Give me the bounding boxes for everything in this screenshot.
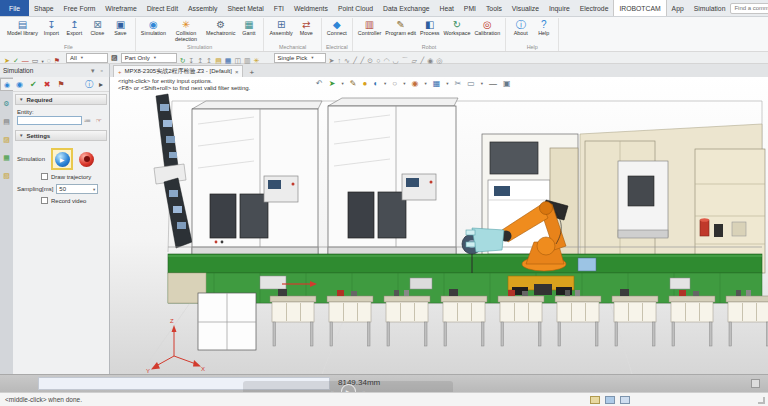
play-simulation-button[interactable]: ▶ — [51, 148, 73, 170]
apply-icon[interactable]: ⚑ — [57, 80, 64, 89]
multi-select-icon[interactable]: ✓ — [13, 57, 19, 64]
appearance-icon[interactable]: ◉ — [411, 79, 418, 88]
work-table[interactable] — [669, 290, 715, 346]
document-tab-close-icon[interactable]: × — [235, 69, 239, 75]
dropdown-caret-icon[interactable]: ▾ — [384, 81, 386, 86]
tab-inquire[interactable]: Inquire — [544, 0, 575, 16]
dropdown-caret-icon[interactable]: ▾ — [341, 81, 343, 86]
viewport-scene[interactable]: Z X Y — [110, 92, 768, 374]
tab-visualize[interactable]: Visualize — [507, 0, 544, 16]
deselect-icon[interactable]: — — [22, 57, 29, 64]
float-panel-icon[interactable]: ▫ — [101, 67, 103, 75]
new-document-tab-button[interactable]: + — [243, 68, 260, 77]
close-button[interactable]: ⊠Close — [86, 18, 109, 37]
filter-arc-icon[interactable]: ◠ — [383, 57, 389, 64]
tab-electrode[interactable]: Electrode — [575, 0, 614, 16]
maximize-view-icon[interactable]: ▣ — [503, 79, 511, 88]
tab-direct-edit[interactable]: Direct Edit — [142, 0, 183, 16]
manager-tab-icon[interactable]: ⚙ — [0, 98, 13, 109]
filter-edge-icon[interactable]: ╱ — [360, 57, 364, 64]
assembly-button[interactable]: ⊞Assembly — [267, 18, 294, 37]
wireframe-mode-icon[interactable]: ○ — [392, 79, 397, 88]
filter-all-icon[interactable]: ➤ — [329, 57, 335, 64]
tab-sheet-metal[interactable]: Sheet Metal — [223, 0, 269, 16]
window-layout-icon[interactable]: ▭ — [467, 79, 475, 88]
work-table[interactable] — [555, 290, 601, 346]
tab-simulation[interactable]: Simulation — [689, 0, 731, 16]
document-tab[interactable]: + MPX8-2305实战2程序检验.Z3 - [Default] × — [113, 65, 243, 77]
bars-icon[interactable]: ▥ — [244, 57, 251, 64]
program-edit-button[interactable]: ✎Program edit — [383, 18, 418, 37]
filter-curve-icon[interactable]: ∿ — [344, 57, 350, 64]
work-table[interactable] — [270, 289, 316, 346]
lasso-select-icon[interactable]: ◌ — [47, 57, 51, 64]
section-view-icon[interactable]: ✂ — [455, 79, 462, 88]
filter-polyline-icon[interactable]: ⌒ — [402, 57, 409, 64]
background-icon[interactable]: ▦ — [433, 79, 441, 88]
entity-input[interactable] — [17, 116, 82, 125]
export-button[interactable]: ↥Export — [63, 18, 86, 37]
dialog-icon[interactable]: ◉ — [16, 80, 23, 89]
entity-filter-icon[interactable]: ≔ — [84, 117, 91, 125]
expand-panel-icon[interactable]: ▸ — [99, 80, 103, 89]
collision-detection-button[interactable]: ✳Collision detection — [168, 18, 204, 43]
calibration-button[interactable]: ◎Calibration — [472, 18, 502, 37]
layer-icon[interactable]: ▤ — [215, 57, 222, 64]
tab-shape[interactable]: Shape — [29, 0, 59, 16]
move-button[interactable]: ⇄Move — [295, 18, 318, 37]
info-icon[interactable]: ⓘ — [85, 80, 93, 89]
sketch-icon[interactable]: ✎ — [350, 79, 357, 88]
filter-circle-icon[interactable]: ⊙ — [367, 57, 373, 64]
pick-mode-dropdown[interactable]: Single Pick▾ — [274, 53, 326, 63]
tab-heat[interactable]: Heat — [435, 0, 459, 16]
update-icon[interactable]: ↧ — [189, 57, 195, 64]
history-tab-icon[interactable]: ▤ — [0, 116, 13, 127]
grid-icon[interactable]: ▦ — [225, 57, 232, 64]
required-section-header[interactable]: ▼ Required — [15, 94, 107, 105]
mechatronic-button[interactable]: ⚙Mechatronic — [204, 18, 237, 37]
work-table[interactable] — [327, 290, 373, 346]
viewport[interactable]: <right-click> for entity input options. … — [110, 77, 768, 374]
hide-strip-icon[interactable]: — — [489, 79, 497, 88]
dropdown-caret-icon[interactable]: ▾ — [424, 81, 426, 86]
ok-icon[interactable]: ✔ — [30, 80, 37, 89]
record-video-checkbox[interactable] — [41, 197, 48, 204]
cnc-machine-1[interactable] — [192, 101, 322, 258]
filter-shift-icon[interactable]: ↑ — [337, 57, 341, 64]
sampling-dropdown[interactable]: 50▾ — [56, 184, 98, 194]
role-tab-icon[interactable]: ▧ — [0, 170, 13, 181]
work-table[interactable] — [384, 290, 430, 346]
save-button[interactable]: ▣Save — [109, 18, 132, 37]
flag-icon[interactable]: ⚑ — [54, 57, 60, 64]
gantt-button[interactable]: ▦Gantt — [237, 18, 260, 37]
filter-line-icon[interactable]: ╱ — [353, 57, 357, 64]
simulation-tab-icon[interactable]: ◉ — [0, 78, 13, 91]
filter-axis-icon[interactable]: ╱ — [420, 57, 424, 64]
tab-assembly[interactable]: Assembly — [183, 0, 222, 16]
light-icon[interactable]: ✳ — [254, 57, 260, 64]
work-table[interactable] — [498, 290, 544, 346]
tab-file[interactable]: File — [0, 0, 29, 16]
dropdown-caret-icon[interactable]: ▾ — [403, 81, 405, 86]
simulation-button[interactable]: ◉Simulation — [139, 18, 168, 37]
entity-pick-icon[interactable]: ☞ — [96, 117, 102, 125]
tab-pmi[interactable]: PMI — [459, 0, 481, 16]
cnc-machine-2[interactable] — [328, 98, 458, 258]
tab-free-form[interactable]: Free Form — [59, 0, 101, 16]
help-button[interactable]: ?Help — [532, 18, 555, 37]
selection-scope-dropdown[interactable]: All▾ — [66, 53, 108, 63]
work-tables[interactable] — [270, 289, 768, 346]
conveyor-platform[interactable] — [168, 247, 762, 303]
search-input[interactable] — [734, 5, 768, 11]
dropdown-caret-icon[interactable]: ▾ — [446, 81, 448, 86]
tab-wireframe[interactable]: Wireframe — [100, 0, 141, 16]
control-cabinet[interactable] — [198, 293, 256, 350]
filter-arc2-icon[interactable]: ◡ — [393, 57, 399, 64]
controller-button[interactable]: ▥Controller — [356, 18, 383, 37]
model-library-button[interactable]: ▤Model library — [5, 18, 40, 37]
shade-ball-icon[interactable]: ● — [362, 79, 367, 88]
filter-point-icon[interactable]: ◉ — [427, 57, 433, 64]
tab-weldments[interactable]: Weldments — [289, 0, 333, 16]
dropdown-caret-icon[interactable]: ▾ — [41, 59, 43, 64]
pick-icon[interactable]: ➤ — [4, 57, 10, 64]
